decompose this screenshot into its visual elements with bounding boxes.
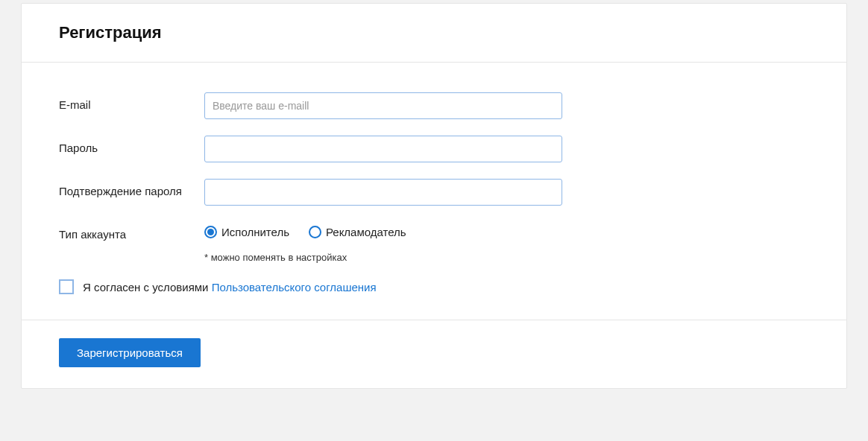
password-label: Пароль xyxy=(59,136,204,156)
agreement-label: Я согласен с условиями Пользовательского… xyxy=(83,281,377,294)
panel-header: Регистрация xyxy=(22,4,846,63)
registration-panel: Регистрация E-mail Пароль Подтверждение … xyxy=(21,3,847,389)
page-title: Регистрация xyxy=(59,23,809,42)
email-input[interactable] xyxy=(204,92,562,119)
agreement-text: Я согласен с условиями xyxy=(83,281,212,294)
password-confirm-label: Подтверждение пароля xyxy=(59,179,204,199)
radio-performer[interactable]: Исполнитель xyxy=(204,226,289,238)
account-type-row: Тип аккаунта Исполнитель Рекламодатель *… xyxy=(59,222,809,263)
radio-performer-label: Исполнитель xyxy=(221,226,289,238)
radio-icon-unchecked xyxy=(309,226,321,238)
account-type-hint: * можно поменять в настройках xyxy=(204,252,562,263)
account-type-radio-group: Исполнитель Рекламодатель xyxy=(204,222,562,238)
email-row: E-mail xyxy=(59,92,809,119)
password-row: Пароль xyxy=(59,136,809,162)
radio-advertiser-label: Рекламодатель xyxy=(326,226,406,238)
agreement-link[interactable]: Пользовательского соглашения xyxy=(212,281,377,294)
account-type-label: Тип аккаунта xyxy=(59,222,204,242)
radio-icon-checked xyxy=(204,226,217,238)
password-confirm-input[interactable] xyxy=(204,179,562,206)
agreement-row: Я согласен с условиями Пользовательского… xyxy=(59,279,809,294)
panel-body: E-mail Пароль Подтверждение пароля Тип а… xyxy=(22,63,846,320)
agreement-checkbox[interactable] xyxy=(59,279,74,294)
email-label: E-mail xyxy=(59,92,204,112)
password-confirm-row: Подтверждение пароля xyxy=(59,179,809,206)
submit-button[interactable]: Зарегистрироваться xyxy=(59,338,201,367)
panel-footer: Зарегистрироваться xyxy=(22,320,846,388)
password-input[interactable] xyxy=(204,136,562,162)
radio-advertiser[interactable]: Рекламодатель xyxy=(309,226,406,238)
